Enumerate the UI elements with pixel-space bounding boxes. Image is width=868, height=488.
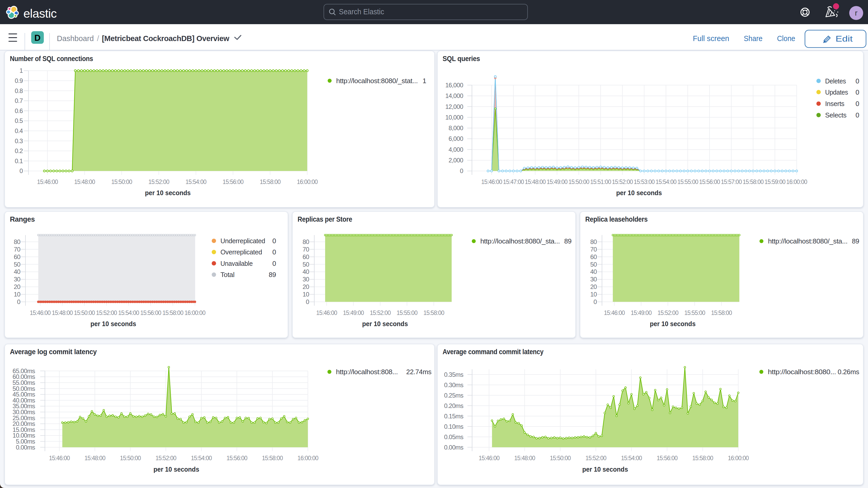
svg-text:15:46:00: 15:46:00 xyxy=(49,455,70,461)
svg-text:15:48:00: 15:48:00 xyxy=(74,178,95,185)
svg-text:15:49:00: 15:49:00 xyxy=(547,178,567,185)
svg-text:10: 10 xyxy=(590,291,597,298)
svg-text:80: 80 xyxy=(14,238,21,245)
svg-text:0: 0 xyxy=(856,100,859,108)
svg-text:15:58:00: 15:58:00 xyxy=(743,178,764,185)
svg-text:per 10 seconds: per 10 seconds xyxy=(362,320,408,328)
svg-text:0.9: 0.9 xyxy=(15,77,23,84)
svg-text:89: 89 xyxy=(564,237,571,245)
svg-text:0.1: 0.1 xyxy=(15,157,23,164)
svg-text:15:46:00: 15:46:00 xyxy=(37,178,58,185)
svg-text:15:58:00: 15:58:00 xyxy=(711,309,732,316)
svg-text:15:58:00: 15:58:00 xyxy=(259,178,280,185)
svg-text:0: 0 xyxy=(856,88,859,96)
svg-text:80: 80 xyxy=(590,238,597,245)
svg-text:0.4: 0.4 xyxy=(15,127,23,134)
svg-text:0: 0 xyxy=(594,298,597,305)
svg-text:0.2: 0.2 xyxy=(15,147,23,154)
svg-text:Deletes: Deletes xyxy=(825,77,846,85)
svg-text:http://localhost:808...: http://localhost:808... xyxy=(336,368,398,376)
svg-text:15:58:00: 15:58:00 xyxy=(162,309,183,316)
svg-text:http://localhost:8080...: http://localhost:8080... xyxy=(768,368,836,376)
svg-text:per 10 seconds: per 10 seconds xyxy=(90,320,136,328)
svg-text:0.15ms: 0.15ms xyxy=(444,413,464,420)
svg-text:50: 50 xyxy=(14,261,21,268)
svg-text:0.26ms: 0.26ms xyxy=(838,368,859,376)
svg-text:/: / xyxy=(97,34,99,42)
svg-text:30: 30 xyxy=(14,276,21,283)
svg-text:16:00:00: 16:00:00 xyxy=(185,309,205,316)
svg-text:Replicas per Store: Replicas per Store xyxy=(298,215,352,223)
svg-text:15:56:00: 15:56:00 xyxy=(223,178,244,185)
svg-text:0.7: 0.7 xyxy=(15,97,23,104)
svg-text:[Metricbeat CockroachDB] Overv: [Metricbeat CockroachDB] Overview xyxy=(102,34,229,42)
svg-text:Replica leaseholders: Replica leaseholders xyxy=(585,215,648,223)
svg-text:10: 10 xyxy=(14,291,21,298)
svg-text:15:46:00: 15:46:00 xyxy=(481,178,502,185)
svg-text:40: 40 xyxy=(14,268,21,275)
svg-text:70: 70 xyxy=(590,246,597,253)
svg-text:15:49:00: 15:49:00 xyxy=(343,309,364,316)
svg-text:0.8: 0.8 xyxy=(15,87,23,94)
svg-text:Search Elastic: Search Elastic xyxy=(339,7,384,16)
svg-text:30: 30 xyxy=(590,276,597,283)
svg-text:Ranges: Ranges xyxy=(10,215,35,223)
svg-text:15:46:00: 15:46:00 xyxy=(604,309,625,316)
svg-text:0.35ms: 0.35ms xyxy=(444,371,464,378)
svg-text:Dashboard: Dashboard xyxy=(57,34,94,42)
svg-text:15:56:00: 15:56:00 xyxy=(657,455,678,461)
svg-text:22.74ms: 22.74ms xyxy=(406,368,431,376)
svg-text:0.6: 0.6 xyxy=(15,107,23,114)
svg-text:Edit: Edit xyxy=(836,34,852,43)
svg-text:1: 1 xyxy=(20,67,23,74)
svg-text:r: r xyxy=(855,8,858,17)
svg-text:65.00ms: 65.00ms xyxy=(12,367,35,374)
svg-text:Selects: Selects xyxy=(825,111,846,119)
svg-text:40: 40 xyxy=(303,268,309,275)
svg-text:15:56:00: 15:56:00 xyxy=(140,309,161,316)
svg-text:0.5: 0.5 xyxy=(15,117,23,124)
svg-text:16:00:00: 16:00:00 xyxy=(298,455,318,461)
svg-text:20: 20 xyxy=(590,283,597,290)
svg-text:15:52:00: 15:52:00 xyxy=(657,309,678,316)
svg-text:15:52:00: 15:52:00 xyxy=(612,178,633,185)
svg-text:Average command commit latency: Average command commit latency xyxy=(442,348,544,356)
svg-text:0.05ms: 0.05ms xyxy=(444,433,464,440)
svg-text:70: 70 xyxy=(14,246,21,253)
svg-text:15:49:00: 15:49:00 xyxy=(631,309,652,316)
svg-text:15:54:00: 15:54:00 xyxy=(656,178,677,185)
svg-text:15:59:00: 15:59:00 xyxy=(765,178,785,185)
svg-text:16:00:00: 16:00:00 xyxy=(728,455,749,461)
svg-text:0: 0 xyxy=(272,248,276,256)
svg-text:Updates: Updates xyxy=(825,88,848,96)
svg-text:10: 10 xyxy=(303,291,309,298)
svg-text:Overreplicated: Overreplicated xyxy=(220,248,262,256)
svg-text:Clone: Clone xyxy=(777,34,795,42)
svg-text:2,000: 2,000 xyxy=(448,157,463,164)
svg-text:15:50:00: 15:50:00 xyxy=(550,455,571,461)
svg-text:per 10 seconds: per 10 seconds xyxy=(154,465,199,473)
svg-text:15:52:00: 15:52:00 xyxy=(370,309,391,316)
svg-text:0: 0 xyxy=(460,167,463,174)
svg-text:15:53:00: 15:53:00 xyxy=(634,178,655,185)
svg-text:Number of SQL connections: Number of SQL connections xyxy=(10,55,93,63)
svg-text:15:50:00: 15:50:00 xyxy=(74,309,95,316)
svg-text:15:50:00: 15:50:00 xyxy=(111,178,132,185)
svg-text:15:56:00: 15:56:00 xyxy=(226,455,247,461)
svg-text:15:47:00: 15:47:00 xyxy=(503,178,524,185)
svg-text:50: 50 xyxy=(590,261,597,268)
svg-text:15:58:00: 15:58:00 xyxy=(423,309,444,316)
svg-text:15:58:00: 15:58:00 xyxy=(692,455,713,461)
svg-text:15:54:00: 15:54:00 xyxy=(621,455,642,461)
svg-text:50: 50 xyxy=(303,261,309,268)
svg-text:0: 0 xyxy=(272,237,276,245)
svg-text:Average log commit latency: Average log commit latency xyxy=(10,348,97,356)
svg-text:4,000: 4,000 xyxy=(448,146,463,153)
svg-text:elastic: elastic xyxy=(23,7,57,20)
svg-text:per 10 seconds: per 10 seconds xyxy=(650,320,696,328)
svg-text:15:52:00: 15:52:00 xyxy=(155,455,176,461)
svg-text:16,000: 16,000 xyxy=(445,82,463,89)
svg-text:10,000: 10,000 xyxy=(445,114,463,121)
svg-text:15:55:00: 15:55:00 xyxy=(677,178,698,185)
svg-text:15:46:00: 15:46:00 xyxy=(316,309,337,316)
